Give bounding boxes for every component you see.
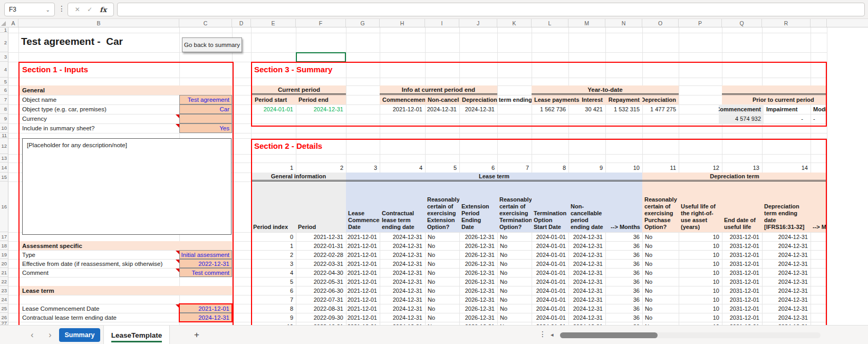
detail-cell[interactable]: No (497, 232, 532, 241)
detail-cell[interactable]: 2031-12-01 (722, 277, 762, 286)
detail-cell[interactable]: 2024-01-01 (532, 232, 568, 241)
detail-cell[interactable]: 2031-12-01 (722, 241, 762, 250)
field-input-cell[interactable]: 2021-12-01 (179, 304, 232, 313)
tab-leasetemplate[interactable]: LeaseTemplate (103, 326, 170, 344)
commencement-date-header[interactable]: Commencement Date (380, 95, 425, 104)
field-label[interactable]: Include in summary sheet? (20, 123, 179, 133)
row-header-22[interactable]: 22 (0, 277, 8, 286)
detail-column-number[interactable]: 11 (642, 163, 679, 173)
cancel-icon[interactable]: ✕ (75, 6, 80, 13)
detail-cell[interactable]: No (425, 268, 459, 277)
select-all-corner-icon[interactable] (1, 21, 6, 26)
horizontal-scrollbar-thumb[interactable] (560, 332, 658, 338)
detail-column-number[interactable]: 9 (568, 163, 605, 173)
detail-cell[interactable]: No (497, 241, 532, 250)
field-input-cell[interactable]: Test agreement (179, 95, 232, 104)
detail-cell[interactable]: 10 (679, 295, 722, 304)
name-box[interactable]: F3 ⌄ (4, 3, 55, 16)
detail-cell[interactable]: 2021-12-31 (296, 232, 346, 241)
detail-cell[interactable]: 7 (251, 295, 296, 304)
column-header-G[interactable]: G (346, 19, 380, 27)
row-header-23[interactable]: 23 (0, 286, 8, 295)
detail-cell[interactable]: 4 (251, 268, 296, 277)
detail-cell[interactable]: 10 (679, 259, 722, 268)
detail-cell[interactable]: 2024-12-31 (762, 286, 811, 295)
field-label[interactable]: Effective from date (if reassessment, sk… (20, 259, 179, 268)
sheet-nav-prev-icon[interactable]: ‹ (25, 328, 39, 342)
modification-header[interactable]: Modification (811, 104, 826, 114)
info-at-period-end-group-header[interactable]: Info at current period end (380, 85, 497, 95)
field-input-cell[interactable]: 2024-12-31 (179, 313, 232, 322)
detail-cell[interactable]: 2024-01-01 (532, 268, 568, 277)
detail-column-number[interactable]: 12 (679, 163, 722, 173)
detail-column-number[interactable]: 5 (425, 163, 459, 173)
detail-cell[interactable]: 2024-12-31 (568, 286, 605, 295)
column-header-P[interactable]: P (679, 19, 722, 27)
detail-column-number[interactable]: 2 (296, 163, 346, 173)
repayment-value[interactable]: 1 532 315 (605, 104, 642, 114)
detail-cell[interactable]: 2021-12-01 (346, 286, 380, 295)
detail-cell[interactable]: 0 (251, 232, 296, 241)
detail-cell[interactable]: 36 (605, 286, 642, 295)
detail-cell[interactable]: 2024-12-31 (380, 241, 425, 250)
detail-cell[interactable]: 2031-12-01 (722, 304, 762, 313)
repayment-header[interactable]: Repayment (605, 95, 642, 104)
detail-cell[interactable]: 2024-01-01 (532, 259, 568, 268)
detail-cell[interactable]: 2022-01-31 (296, 241, 346, 250)
column-header-N[interactable]: N (605, 19, 642, 27)
detail-cell[interactable]: 2024-12-31 (568, 268, 605, 277)
detail-cell[interactable]: 2021-12-01 (346, 232, 380, 241)
section1-title[interactable]: Section 1 - Inputs (22, 65, 88, 74)
detail-cell[interactable]: No (642, 259, 679, 268)
depreciation-value[interactable]: 1 477 275 (642, 104, 679, 114)
detail-cell[interactable]: 2026-12-31 (459, 277, 497, 286)
row-header-20[interactable]: 20 (0, 259, 8, 268)
detail-cell[interactable]: 2024-01-01 (532, 241, 568, 250)
row-header-15[interactable]: 15 (0, 173, 8, 181)
detail-column-header[interactable]: Period (296, 181, 346, 232)
depreciation-term-ending-header[interactable]: Depreciation term ending (459, 95, 497, 104)
detail-cell[interactable]: No (642, 295, 679, 304)
period-end-value[interactable]: 2024-12-31 (296, 104, 346, 114)
row-header-2[interactable]: 2 (0, 33, 8, 52)
detail-cell[interactable]: 2022-02-28 (296, 250, 346, 259)
detail-cell[interactable]: 2024-12-31 (568, 250, 605, 259)
detail-cell[interactable]: 2026-12-31 (459, 232, 497, 241)
row-header-11[interactable]: 11 (0, 133, 8, 138)
field-label[interactable]: Lease Commencement Date (20, 304, 179, 313)
depreciation-header[interactable]: Depreciation (642, 95, 679, 104)
detail-cell[interactable]: 2024-01-01 (532, 277, 568, 286)
row-header-3[interactable]: 3 (0, 52, 8, 62)
detail-column-header[interactable]: Depreciation term ending date [IFRS16:31… (762, 181, 811, 232)
detail-cell[interactable]: 2022-04-30 (296, 268, 346, 277)
section1-group-header[interactable]: Assessment specific (20, 241, 233, 250)
detail-cell[interactable]: No (642, 232, 679, 241)
detail-cell[interactable]: 2024-12-31 (762, 250, 811, 259)
detail-cell[interactable]: 36 (605, 313, 642, 322)
detail-cell[interactable]: 2022-03-31 (296, 259, 346, 268)
detail-cell[interactable]: No (425, 241, 459, 250)
detail-cell[interactable]: 2024-12-31 (380, 259, 425, 268)
detail-cell[interactable]: 2024-12-31 (568, 259, 605, 268)
depreciation-term-ending-value[interactable]: 2024-12-31 (459, 104, 497, 114)
detail-cell[interactable]: 2024-12-31 (568, 304, 605, 313)
detail-cell[interactable]: No (497, 286, 532, 295)
sheet-nav-next-icon[interactable]: › (43, 328, 57, 342)
field-input-cell[interactable]: Initial assessment (179, 250, 232, 259)
detail-column-number[interactable]: 1 (251, 163, 296, 173)
fx-icon[interactable]: fx (100, 6, 107, 14)
detail-column-header[interactable]: Extension Period Ending Date (459, 181, 497, 232)
modification-value[interactable]: - (811, 114, 826, 123)
field-label[interactable]: Type (20, 250, 179, 259)
detail-cell[interactable]: 2021-12-01 (346, 295, 380, 304)
detail-cell[interactable]: 2024-12-31 (380, 313, 425, 322)
field-label[interactable]: Comment (20, 268, 179, 277)
detail-cell[interactable]: 2024-12-31 (762, 295, 811, 304)
detail-cell[interactable]: 9 (251, 313, 296, 322)
field-input-cell[interactable]: 2022-12-31 (179, 259, 232, 268)
field-label[interactable]: Currency (20, 114, 179, 123)
detail-cell[interactable]: 2026-12-31 (459, 286, 497, 295)
column-header-F[interactable]: F (296, 19, 346, 27)
field-input-cell[interactable]: Test comment (179, 268, 232, 277)
description-note-box[interactable]: [Placeholder for any description/note] (22, 138, 232, 235)
